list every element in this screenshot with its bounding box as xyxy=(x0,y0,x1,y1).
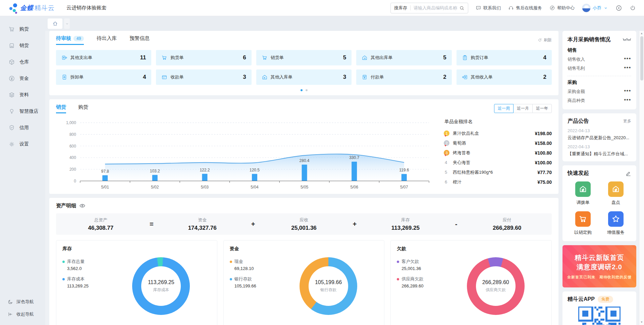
todo-panel: 待审核49待出入库预警信息刷新 其他支出单11购货单6销货单5其他出库单5购货订… xyxy=(49,31,558,95)
ranking-row[interactable]: 5西红柿意粉酱190g*6¥77.70 xyxy=(444,167,552,177)
sidebar-item-micro-store[interactable]: 智慧微店 xyxy=(0,103,45,119)
qr-code xyxy=(568,307,631,325)
sidebar-item-credit[interactable]: 信用 xyxy=(0,119,45,136)
scrollbar-thumb[interactable] xyxy=(640,36,643,80)
announcement-text[interactable]: 【重要通知】精斗云工作台域... xyxy=(568,151,631,157)
tab-pending-in-out[interactable]: 待出入库 xyxy=(97,35,117,45)
todo-card-other-income-bill[interactable]: 其他收入单2 xyxy=(457,69,552,85)
range-last-year[interactable]: 近一年 xyxy=(532,104,552,113)
inventory-search-box[interactable]: 搜库存 xyxy=(390,3,468,13)
app-logo[interactable]: 金蝶 精斗云 xyxy=(0,3,60,13)
eye-icon[interactable] xyxy=(79,203,86,209)
sidebar-item-data[interactable]: 资料 xyxy=(0,87,45,103)
home-tab[interactable] xyxy=(48,18,62,29)
page-dot-1[interactable] xyxy=(301,89,303,91)
ranking-row[interactable]: 4夹心海苔¥100.00 xyxy=(444,158,552,167)
sidebar-item-funds[interactable]: 资金 xyxy=(0,70,45,87)
topbar-link-contact-us[interactable]: 联系我们 xyxy=(476,5,501,11)
ranking-row[interactable]: 2葡萄酒¥158.00 xyxy=(444,138,552,148)
logout-power-icon[interactable] xyxy=(630,5,636,11)
topbar-link-after-sales-service[interactable]: 售后在线服务 xyxy=(508,5,542,11)
todo-card-sales-bill[interactable]: 销货单5 xyxy=(256,50,352,65)
product-name: 西红柿意粉酱190g*6 xyxy=(453,169,537,175)
brand-name: 金蝶 xyxy=(20,4,34,12)
range-last-week[interactable]: 近一周 xyxy=(494,104,514,113)
summary-row: 销售毛利*** xyxy=(568,64,631,73)
tabstrip-dropdown[interactable] xyxy=(64,18,70,29)
legend-dot xyxy=(230,261,232,263)
quick-action-label: 盘点 xyxy=(611,200,620,206)
search-icon[interactable] xyxy=(459,5,465,11)
user-name[interactable]: 小乔 xyxy=(593,5,601,11)
tab-warning-info[interactable]: 预警信息 xyxy=(129,35,150,45)
legend-item: 供应商欠款266,289.60 xyxy=(397,276,446,288)
quick-action-stocktake[interactable]: 盘点 xyxy=(608,181,624,206)
svg-text:400: 400 xyxy=(69,155,76,160)
todo-card-label: 其他出库单 xyxy=(371,55,392,61)
announcement-text[interactable]: 云进销存产品更新公告_20220... xyxy=(568,135,631,141)
tab-label: 待出入库 xyxy=(97,35,117,42)
sidebar-item-settings[interactable]: 设置 xyxy=(0,136,45,152)
todo-card-payment-bill[interactable]: 付款单2 xyxy=(356,69,451,85)
topbar-link-label: 帮助中心 xyxy=(557,5,575,11)
announcements-card: 产品公告 更多 2022-04-13云进销存产品更新公告_20220...202… xyxy=(562,113,636,161)
eye-icon xyxy=(79,203,86,209)
legend-dot xyxy=(230,278,232,280)
scroll-up-arrow[interactable]: ▲ xyxy=(640,32,643,35)
todo-card-other-outbound-bill[interactable]: 其他出库单5 xyxy=(356,50,451,65)
ranking-row[interactable]: 1果汁饮品礼盒¥198.00 xyxy=(444,128,552,138)
todo-card-purchase-bill[interactable]: 购货单6 xyxy=(156,50,251,65)
sidebar-item-label: 仓库 xyxy=(19,59,29,65)
ranking-row[interactable]: 3烤海苔卷¥100.80 xyxy=(444,148,552,158)
sidebar-item-warehouse[interactable]: 仓库 xyxy=(0,54,45,70)
user-menu[interactable]: 小乔 xyxy=(582,4,608,12)
quick-action-sales-based-purchase[interactable]: 以销定购 xyxy=(574,211,592,235)
trend-tab-purchase[interactable]: 购货 xyxy=(78,104,88,113)
range-last-month[interactable]: 近一月 xyxy=(513,104,533,113)
medal-silver-icon: 2 xyxy=(444,140,449,146)
announcement-item[interactable]: 2022-04-13【重要通知】精斗云工作台域... xyxy=(568,144,631,157)
avatar[interactable] xyxy=(582,4,591,12)
quick-action-transfer-bill[interactable]: 调拨单 xyxy=(575,181,591,206)
announcement-date: 2022-04-13 xyxy=(568,128,631,133)
legend-value: 69,128.10 xyxy=(234,266,279,271)
tab-label: 预警信息 xyxy=(129,35,150,42)
todo-card-purchase-order[interactable]: 购货订单4 xyxy=(457,50,552,65)
pencil-edit-icon[interactable] xyxy=(626,170,631,176)
sidebar-item-label: 资金 xyxy=(19,75,29,82)
legend-value: 113,269.25 xyxy=(67,283,111,288)
sidebar-item-purchase[interactable]: 购货 xyxy=(0,21,45,37)
banner-line2: 满意度调研2.0 xyxy=(577,262,622,272)
headset-icon xyxy=(508,5,514,11)
product-amount: ¥198.00 xyxy=(535,131,552,136)
search-scope-label[interactable]: 搜库存 xyxy=(394,5,407,11)
ranking-row[interactable]: 6橙汁¥75.00 xyxy=(444,177,552,187)
eye-closed-icon[interactable] xyxy=(623,35,631,44)
survey-banner[interactable]: 精斗云新版首页 满意度调研2.0 全新首页已到来 期待收到您的反馈 xyxy=(562,245,636,287)
trend-tab-sales[interactable]: 销货 xyxy=(56,104,66,113)
vertical-scrollbar[interactable]: ▲ ▼ xyxy=(639,31,644,325)
sidebar-item-sales[interactable]: 销货 xyxy=(0,37,45,54)
history-back-icon[interactable] xyxy=(615,5,622,11)
announcement-item[interactable]: 2022-04-13云进销存产品更新公告_20220... xyxy=(568,128,631,141)
sidebar-dark-nav[interactable]: 深色导航 xyxy=(0,295,45,308)
search-input[interactable] xyxy=(414,5,459,10)
page-dot-2[interactable] xyxy=(306,89,308,91)
announcement-date: 2022-04-13 xyxy=(568,144,631,149)
tab-pending-approval[interactable]: 待审核49 xyxy=(56,35,84,45)
quick-action-value-added-service[interactable]: 增值服务 xyxy=(607,211,625,235)
todo-card-receipt-bill[interactable]: 收款单3 xyxy=(156,69,251,85)
app-qr-card: 精斗云APP 免费 xyxy=(562,291,636,325)
topbar-link-label: 联系我们 xyxy=(483,5,501,11)
sidebar-item-label: 设置 xyxy=(19,141,29,147)
todo-card-other-inbound-bill[interactable]: 其他入库单3 xyxy=(256,69,352,85)
asset-label: 总资产 xyxy=(56,217,146,223)
todo-card-disassembly-bill[interactable]: 拆卸单4 xyxy=(56,69,151,85)
topbar-link-help-center[interactable]: 帮助中心 xyxy=(549,5,575,11)
announcements-more-link[interactable]: 更多 xyxy=(623,118,631,124)
legend-item: 现金69,128.10 xyxy=(230,259,279,271)
refresh-button[interactable]: 刷新 xyxy=(538,37,552,43)
scroll-down-arrow[interactable]: ▼ xyxy=(640,321,643,324)
sidebar-collapse-nav[interactable]: 收起导航 xyxy=(0,308,45,320)
todo-card-other-expense-bill[interactable]: 其他支出单11 xyxy=(56,50,151,65)
